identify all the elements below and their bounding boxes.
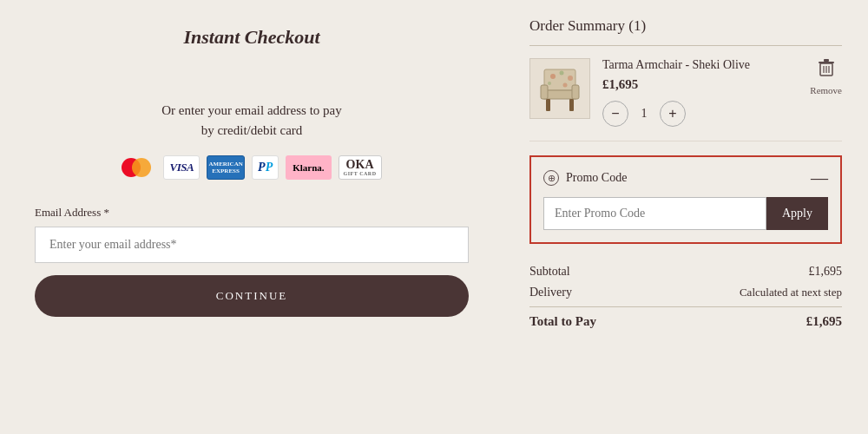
or-text: Or enter your email address to payby cre…: [161, 101, 341, 140]
quantity-increase-button[interactable]: +: [660, 101, 686, 127]
total-value: £1,695: [806, 314, 842, 329]
payment-icons: VISA AMERICAN EXPRESS PP Klarna. OKA GIF…: [122, 155, 381, 180]
quantity-value: 1: [628, 107, 660, 121]
instant-checkout-title: Instant Checkout: [183, 26, 319, 49]
tag-icon: ⊕: [543, 170, 559, 186]
amex-icon: AMERICAN EXPRESS: [207, 155, 245, 180]
paypal-icon: PP: [252, 155, 279, 180]
totals-section: Subtotal £1,695 Delivery Calculated at n…: [529, 258, 842, 329]
item-name: Tarma Armchair - Sheki Olive: [602, 58, 798, 72]
oka-icon: OKA GIFT CARD: [339, 155, 382, 180]
promo-section: ⊕ Promo Code — Apply: [529, 155, 842, 244]
svg-point-4: [548, 82, 551, 85]
svg-point-1: [550, 74, 556, 79]
subtotal-value: £1,695: [809, 265, 843, 279]
promo-title-label: Promo Code: [566, 171, 627, 185]
item-price: £1,695: [602, 77, 798, 92]
order-item: Tarma Armchair - Sheki Olive £1,695 − 1 …: [529, 58, 842, 141]
chair-svg: [534, 62, 586, 115]
klarna-icon: Klarna.: [286, 155, 331, 180]
promo-title: ⊕ Promo Code: [543, 170, 627, 186]
item-details: Tarma Armchair - Sheki Olive £1,695 − 1 …: [602, 58, 798, 127]
right-panel: Order Summary (1): [503, 0, 868, 434]
svg-point-5: [563, 83, 568, 88]
continue-button[interactable]: CONTINUE: [35, 275, 469, 317]
delivery-row: Delivery Calculated at next step: [529, 286, 842, 299]
promo-input-row: Apply: [543, 197, 828, 230]
promo-code-input[interactable]: [543, 197, 766, 230]
svg-rect-9: [541, 85, 548, 99]
order-summary-title: Order Summary (1): [529, 17, 842, 46]
subtotal-label: Subtotal: [529, 265, 570, 279]
delivery-value: Calculated at next step: [740, 286, 842, 299]
remove-section: Remove: [810, 58, 842, 95]
trash-icon[interactable]: [818, 58, 835, 82]
svg-point-3: [568, 76, 573, 81]
svg-rect-7: [546, 99, 550, 111]
left-panel: Instant Checkout Or enter your email add…: [0, 0, 503, 434]
svg-point-2: [560, 71, 564, 76]
visa-icon: VISA: [163, 155, 200, 180]
subtotal-row: Subtotal £1,695: [529, 265, 842, 279]
quantity-controls: − 1 +: [602, 101, 798, 127]
email-section: Email Address * CONTINUE: [35, 206, 469, 317]
svg-rect-10: [572, 85, 579, 99]
svg-rect-8: [569, 99, 574, 111]
promo-collapse-button[interactable]: —: [811, 169, 828, 187]
svg-rect-12: [824, 59, 829, 62]
promo-header: ⊕ Promo Code —: [543, 169, 828, 187]
mastercard-icon: [122, 156, 156, 179]
email-label: Email Address *: [35, 206, 469, 220]
total-row: Total to Pay £1,695: [529, 306, 842, 329]
quantity-decrease-button[interactable]: −: [602, 101, 628, 127]
delivery-label: Delivery: [529, 286, 572, 299]
email-input[interactable]: [35, 227, 469, 263]
apply-button[interactable]: Apply: [766, 197, 828, 230]
remove-label[interactable]: Remove: [810, 85, 842, 95]
total-label: Total to Pay: [529, 314, 596, 329]
item-image: [529, 58, 590, 119]
